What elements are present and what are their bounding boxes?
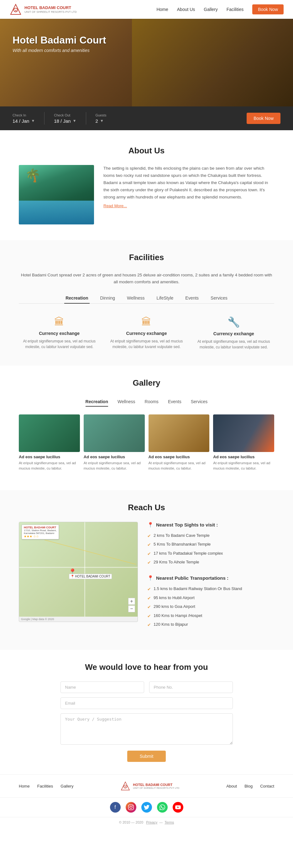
sight-text-1: 2 kms To Badami Cave Temple [153,533,210,538]
facilities-tab-services[interactable]: Services [209,293,229,304]
facilities-tab-events[interactable]: Events [184,293,200,304]
sight-text-2: 5 Kms To Bhanshankari Temple [153,541,211,547]
name-input[interactable] [60,681,144,693]
sight-check-icon-2: ✔ [147,542,151,548]
facilities-cards: 🏛 Currency exchange At eripuit signifier… [19,313,274,353]
hero-content: Hotel Badami Court With all modern comfo… [0,19,293,59]
form-row-2 [60,698,233,709]
guests-field: Guests 2 ▼ [95,113,107,124]
navbar-book-button[interactable]: Book Now [252,4,284,14]
footer-link-facilities[interactable]: Facilities [37,784,53,788]
gallery-section: Gallery Recreation Wellness Rooms Events… [0,366,293,490]
booking-book-button[interactable]: Book Now [246,113,281,124]
guests-value[interactable]: 2 ▼ [95,118,107,124]
facility-card-2: 🏛 Currency exchange At eripuit signifier… [106,313,187,353]
facilities-tab-dinning[interactable]: Dinning [99,293,116,304]
footer-logo: ★ HOTEL BADAMI COURT UNIT OF SHREELIT RE… [120,781,179,791]
check-out-arrow-icon: ▼ [73,119,77,123]
footer-link-gallery[interactable]: Gallery [60,784,73,788]
facebook-icon[interactable]: f [110,802,121,813]
form-row-1 [60,681,233,693]
facility-icon-1: 🏛 [22,316,96,328]
facilities-description: Hotel Badami Court spread over 2 acres o… [19,272,274,285]
sight-text-4: 29 Kms To Aihole Temple [153,559,199,565]
nav-about[interactable]: About Us [177,7,195,12]
gallery-tab-events[interactable]: Events [168,397,181,407]
check-in-value[interactable]: 14 / Jan ▼ [12,118,35,124]
reach-transport: 📍 Nearest Public Transportations : ✔ 1.5… [147,575,274,629]
reach-content: HOTEL BADAMI COURT 17/10, Station Road, … [19,522,274,637]
check-out-value[interactable]: 18 / Jan ▼ [54,118,76,124]
reach-section: Reach Us HOTEL BADAMI COURT 17/10, Stati… [0,490,293,650]
phone-input[interactable] [149,681,233,693]
footer-link-contact[interactable]: Contact [260,784,274,788]
check-out-label: Check Out [54,113,76,117]
whatsapp-icon[interactable] [157,802,168,813]
transport-list: ✔ 1.5 kms to Badami Railway Station Or B… [147,585,274,629]
hero-subtitle: With all modern comforts and amenities [12,48,281,53]
gallery-grid: Ad eos saepe lucilius At eripuit signifi… [19,414,274,471]
facilities-tab-recreation[interactable]: Recreation [64,293,89,304]
facilities-title: Facilities [19,253,274,262]
navbar-logo-sub: UNIT OF SHREELIT RESORTS PVT LTD [24,10,77,13]
transport-item-1: ✔ 1.5 kms to Badami Railway Station Or B… [147,585,274,594]
gallery-item-2: Ad eos saepe lucilius At eripuit signifi… [84,414,145,471]
hero-section: Hotel Badami Court With all modern comfo… [0,19,293,106]
transport-text-1: 1.5 kms to Badami Railway Station Or Bus… [153,586,242,592]
map-hotel-label: HOTEL BADAMI COURT 17/10, Station Road, … [22,525,59,539]
sight-check-icon-3: ✔ [147,551,151,557]
twitter-icon[interactable] [141,802,152,813]
nav-home[interactable]: Home [156,7,168,12]
nearest-sights-title: 📍 Nearest Top Sights to visit : [147,522,274,528]
sight-item-2: ✔ 5 Kms To Bhanshankari Temple [147,540,274,549]
transport-pin-icon: 📍 [147,575,153,581]
instagram-icon[interactable] [126,802,136,813]
nav-facilities[interactable]: Facilities [227,7,243,12]
submit-button[interactable]: Submit [127,751,166,762]
youtube-icon[interactable] [173,802,183,813]
message-textarea[interactable] [60,713,233,745]
footer-link-home[interactable]: Home [19,784,30,788]
svg-text:★: ★ [15,9,17,12]
about-text: The setting is splendid, the hills enclo… [104,165,274,201]
footer-logo-text: HOTEL BADAMI COURT [133,783,179,786]
hero-title: Hotel Badami Court [12,34,281,46]
facility-desc-3: At eripuit signifierumque sea, vel ad mu… [197,339,271,350]
transport-check-icon-3: ✔ [147,604,151,610]
transport-item-3: ✔ 290 kms to Goa Airport [147,602,274,612]
map-controls[interactable]: + − [128,598,135,612]
transport-text-2: 95 kms to Hubli Airport [153,595,195,601]
contact-form: Submit [60,681,233,762]
gallery-tab-recreation[interactable]: Recreation [86,397,108,407]
transport-text-5: 120 Kms to Bijapur [153,622,188,627]
sight-item-1: ✔ 2 kms To Badami Cave Temple [147,531,274,540]
transport-check-icon-1: ✔ [147,586,151,593]
email-input[interactable] [60,698,233,709]
transport-text-3: 290 kms to Goa Airport [153,604,195,610]
gallery-item-desc-4: At eripuit signifierumque sea, vel ad mu… [213,460,274,471]
about-title: About Us [19,146,274,156]
nav-gallery[interactable]: Gallery [204,7,217,12]
footer-links-left: Home Facilities Gallery [19,784,73,788]
map-zoom-in[interactable]: + [128,598,135,605]
privacy-link[interactable]: Privacy [146,820,157,824]
gallery-tab-services[interactable]: Services [191,397,208,407]
about-read-more-link[interactable]: Read More... [104,204,127,208]
reach-sights: 📍 Nearest Top Sights to visit : ✔ 2 kms … [147,522,274,567]
facilities-tab-wellness[interactable]: Wellness [126,293,146,304]
footer-link-blog[interactable]: Blog [244,784,253,788]
gallery-tab-rooms[interactable]: Rooms [145,397,158,407]
nearest-transport-title: 📍 Nearest Public Transportations : [147,575,274,581]
terms-link[interactable]: Terms [165,820,174,824]
transport-check-icon-4: ✔ [147,613,151,619]
copyright-text: © 2010 — 2020 [119,820,143,824]
facilities-tab-lifestyle[interactable]: LifeStyle [155,293,175,304]
hotel-logo-icon: ★ [9,3,22,16]
footer-logo-icon: ★ [120,781,130,791]
gallery-tab-wellness[interactable]: Wellness [118,397,136,407]
facilities-tabs: Recreation Dinning Wellness LifeStyle Ev… [19,293,274,304]
map-zoom-out[interactable]: − [128,606,135,612]
svg-text:★: ★ [124,786,126,788]
gallery-tabs: Recreation Wellness Rooms Events Service… [19,397,274,407]
footer-link-about[interactable]: About [226,784,237,788]
